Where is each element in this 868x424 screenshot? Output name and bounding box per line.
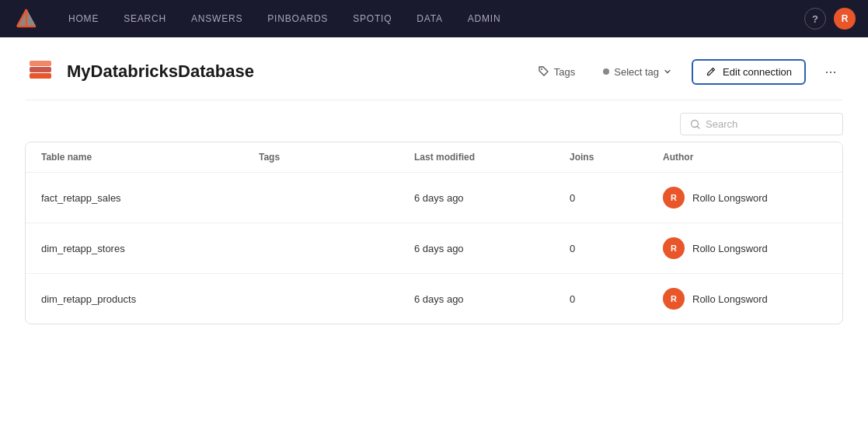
search-icon bbox=[690, 119, 701, 130]
tag-icon bbox=[539, 66, 549, 77]
search-row bbox=[25, 100, 843, 142]
nav-right: ? R bbox=[804, 8, 856, 30]
cell-last-modified-2: 6 days ago bbox=[414, 293, 570, 305]
author-avatar-2: R bbox=[663, 288, 685, 310]
author-name-0: Rollo Longsword bbox=[692, 192, 768, 204]
edit-icon bbox=[706, 66, 716, 77]
nav-search[interactable]: SEARCH bbox=[111, 0, 179, 37]
cell-author-2: R Rollo Longsword bbox=[663, 288, 827, 310]
col-joins: Joins bbox=[570, 152, 663, 163]
cell-joins-0: 0 bbox=[570, 192, 663, 204]
data-table: Table name Tags Last modified Joins Auth… bbox=[25, 142, 843, 324]
database-icon bbox=[25, 56, 56, 87]
author-avatar-0: R bbox=[663, 187, 685, 208]
cell-author-0: R Rollo Longsword bbox=[663, 187, 827, 208]
select-tag-label: Select tag bbox=[614, 66, 659, 78]
search-box bbox=[680, 113, 843, 135]
svg-rect-6 bbox=[30, 61, 51, 66]
author-name-2: Rollo Longsword bbox=[692, 293, 768, 305]
cell-author-1: R Rollo Longsword bbox=[663, 237, 827, 259]
page-content: MyDatabricksDatabase Tags Select tag bbox=[0, 37, 868, 424]
cell-table-name-0: fact_retapp_sales bbox=[41, 192, 259, 204]
nav-data[interactable]: DATA bbox=[404, 0, 455, 37]
select-tag-dot bbox=[603, 68, 609, 75]
tags-label: Tags bbox=[554, 66, 575, 78]
col-table-name: Table name bbox=[41, 152, 259, 163]
cell-table-name-2: dim_retapp_products bbox=[41, 293, 259, 305]
edit-connection-button[interactable]: Edit connection bbox=[692, 59, 806, 85]
author-name-1: Rollo Longsword bbox=[692, 243, 768, 254]
user-avatar-nav[interactable]: R bbox=[834, 8, 856, 30]
select-tag-button[interactable]: Select tag bbox=[595, 61, 679, 82]
table-header: Table name Tags Last modified Joins Auth… bbox=[26, 142, 842, 173]
edit-connection-label: Edit connection bbox=[723, 66, 792, 78]
help-button[interactable]: ? bbox=[804, 8, 826, 30]
svg-point-7 bbox=[541, 68, 542, 70]
cell-table-name-1: dim_retapp_stores bbox=[41, 243, 259, 254]
header-actions: Tags Select tag Edit connection ··· bbox=[531, 59, 843, 85]
table-row[interactable]: fact_retapp_sales 6 days ago 0 R Rollo L… bbox=[26, 173, 842, 223]
cell-joins-1: 0 bbox=[570, 243, 663, 254]
nav-admin[interactable]: ADMIN bbox=[455, 0, 514, 37]
table-row[interactable]: dim_retapp_stores 6 days ago 0 R Rollo L… bbox=[26, 223, 842, 274]
chevron-down-icon bbox=[664, 68, 671, 75]
page-header: MyDatabricksDatabase Tags Select tag bbox=[25, 37, 843, 100]
search-input[interactable] bbox=[706, 118, 833, 130]
svg-rect-4 bbox=[30, 73, 51, 79]
app-logo[interactable] bbox=[12, 5, 40, 33]
more-options-button[interactable]: ··· bbox=[818, 59, 843, 84]
nav-answers[interactable]: ANSWERS bbox=[179, 0, 255, 37]
col-author: Author bbox=[663, 152, 827, 163]
author-avatar-1: R bbox=[663, 237, 685, 259]
nav-spotiq[interactable]: SPOTIQ bbox=[340, 0, 404, 37]
table-row[interactable]: dim_retapp_products 6 days ago 0 R Rollo… bbox=[26, 274, 842, 324]
database-name: MyDatabricksDatabase bbox=[67, 61, 531, 82]
tags-button[interactable]: Tags bbox=[531, 61, 583, 82]
svg-rect-5 bbox=[30, 67, 51, 72]
nav-home[interactable]: HOME bbox=[56, 0, 111, 37]
cell-last-modified-0: 6 days ago bbox=[414, 192, 570, 204]
nav-links: HOME SEARCH ANSWERS PINBOARDS SPOTIQ DAT… bbox=[56, 0, 804, 37]
cell-last-modified-1: 6 days ago bbox=[414, 243, 570, 254]
navbar: HOME SEARCH ANSWERS PINBOARDS SPOTIQ DAT… bbox=[0, 0, 868, 37]
cell-joins-2: 0 bbox=[570, 293, 663, 305]
col-tags: Tags bbox=[259, 152, 414, 163]
col-last-modified: Last modified bbox=[414, 152, 570, 163]
nav-pinboards[interactable]: PINBOARDS bbox=[255, 0, 340, 37]
